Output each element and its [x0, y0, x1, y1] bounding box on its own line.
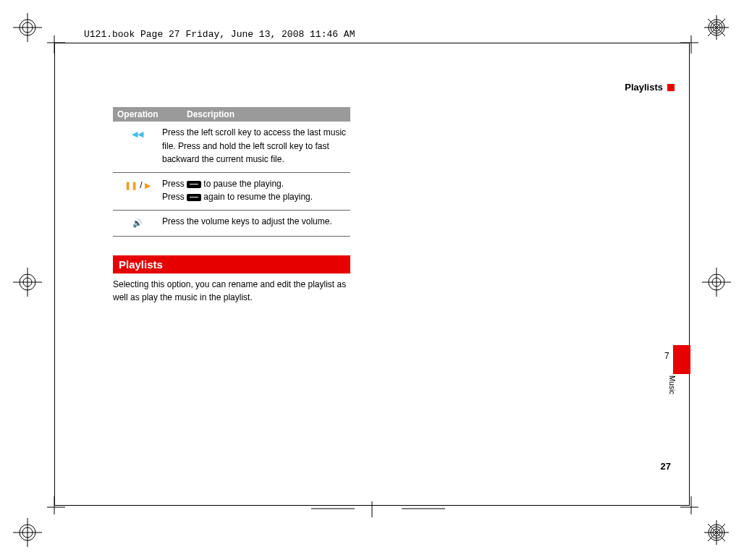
pause-desc-after2: again to resume the playing.: [201, 192, 313, 202]
operations-row-volume: 🔊 Press the volume keys to adjust the vo…: [113, 211, 350, 237]
chapter-tab-red-box: [673, 345, 690, 374]
pause-icon: ❚❚: [124, 181, 138, 190]
chapter-number: 7: [664, 351, 669, 361]
operations-desc-volume: Press the volume keys to adjust the volu…: [162, 215, 350, 230]
operations-row-pause-play: ❚❚ / ▶ Press to pause the playing. Press…: [113, 173, 350, 211]
operations-header-description: Description: [187, 109, 234, 119]
registration-mark-bottom-left: [13, 518, 42, 547]
chapter-label: Music: [668, 376, 676, 394]
pause-desc-before1: Press: [162, 179, 187, 189]
operations-header-operation: Operation: [117, 109, 187, 119]
section-marker-square-icon: [667, 84, 675, 91]
pause-desc-after1: to pause the playing.: [201, 179, 284, 189]
frame-label: U121.book Page 27 Friday, June 13, 2008 …: [84, 29, 355, 40]
rewind-icon: ◀◀: [132, 130, 143, 138]
registration-mark-top-left: [13, 13, 42, 42]
volume-icon: 🔊: [132, 219, 143, 227]
crop-mark-bottom-1: [311, 505, 355, 512]
content-column: Operation Description ◀◀ Press the left …: [113, 107, 350, 305]
play-icon: ▶: [145, 181, 151, 190]
key-button-icon: [187, 194, 201, 201]
key-button-icon: [187, 181, 201, 188]
playlists-description: Selecting this option, you can rename an…: [113, 278, 350, 305]
registration-mark-right: [702, 268, 731, 297]
registration-mark-left: [13, 268, 42, 297]
pause-desc-before2: Press: [162, 192, 187, 202]
registration-mark-bottom-right: [702, 518, 731, 547]
slash-text: /: [140, 180, 145, 190]
playlists-heading: Playlists: [113, 255, 350, 273]
operations-row-rewind: ◀◀ Press the left scroll key to access t…: [113, 122, 350, 173]
page-number: 27: [661, 461, 671, 472]
crop-mark-bottom-2: [402, 505, 445, 512]
operations-desc-rewind: Press the left scroll key to access the …: [162, 126, 350, 166]
registration-mark-top-right: [702, 13, 731, 42]
section-marker: Playlists: [625, 82, 675, 93]
chapter-side-tab: 7 Music: [673, 345, 690, 374]
operations-table-header: Operation Description: [113, 107, 350, 122]
section-marker-text: Playlists: [625, 82, 663, 93]
